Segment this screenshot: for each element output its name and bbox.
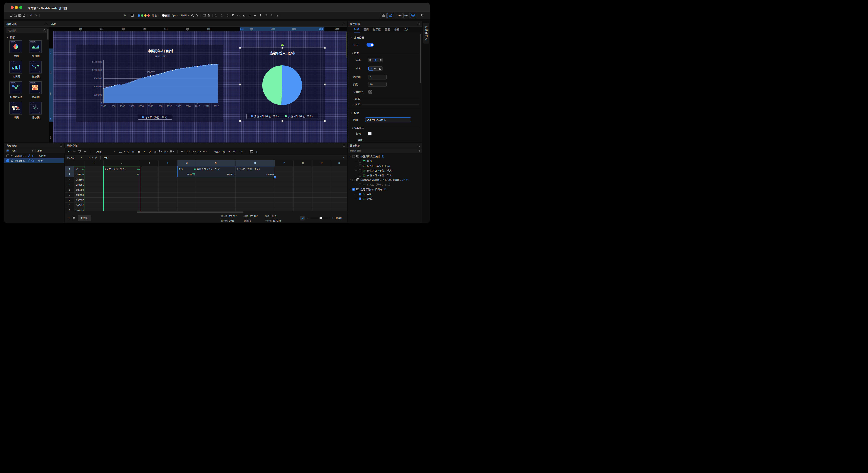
rotate-handle[interactable] xyxy=(281,44,284,47)
sheet-cell-M4[interactable] xyxy=(178,182,196,187)
close-window-button[interactable] xyxy=(11,6,14,9)
font-increase-icon[interactable]: A⁺ xyxy=(127,150,130,154)
sign-pen-icon[interactable]: ✎ xyxy=(123,13,127,18)
copy-icon[interactable] xyxy=(31,159,34,162)
align-hl-option[interactable] xyxy=(368,58,373,62)
title-color-swatch[interactable] xyxy=(368,131,372,136)
sheet-cell-J4[interactable] xyxy=(103,182,140,187)
sheet-cell-P8[interactable] xyxy=(275,203,294,208)
confirm-icon[interactable]: ✓ xyxy=(92,156,94,159)
shortcut-keyboard-icon[interactable] xyxy=(249,150,253,154)
sheet-cell-P5[interactable] xyxy=(275,187,294,193)
sheet-cell-H6[interactable]: 287194 xyxy=(74,193,85,198)
horizontal-align-icon[interactable]: ≡▾ xyxy=(181,150,185,154)
borders-icon[interactable]: ▾ xyxy=(169,150,174,154)
tab-坐标[interactable]: 坐标 xyxy=(394,28,400,32)
tips-bulb-icon[interactable] xyxy=(420,13,424,18)
tab-图表[interactable]: 图表 xyxy=(384,28,391,32)
sheet-cell-P4[interactable] xyxy=(275,182,294,187)
sheet-cell-Q9[interactable] xyxy=(294,208,312,211)
text-rotate-icon[interactable]: A▾ xyxy=(197,150,201,154)
delete-icon[interactable] xyxy=(207,13,211,18)
resize-arrows-icon[interactable] xyxy=(28,154,30,157)
selection-handle[interactable] xyxy=(239,47,241,49)
more-options-icon[interactable]: ⋮ xyxy=(255,150,258,154)
sheet-cell-R7[interactable] xyxy=(312,198,331,203)
sheet-cell-J9[interactable] xyxy=(103,208,140,211)
tree-chevron-icon[interactable]: ∨ xyxy=(349,188,351,190)
sheet-cell-H8[interactable]: 300492 xyxy=(74,203,85,208)
font-decrease-icon[interactable]: A⁻ xyxy=(132,150,135,154)
sheet-cell-S3[interactable] xyxy=(331,177,347,182)
sidebar-item-pie[interactable]: Chart TitleChart Sub—Title饼图 xyxy=(9,40,23,58)
tree-row[interactable]: 123年份 xyxy=(348,159,422,164)
sheet-cell-R5[interactable] xyxy=(312,187,331,193)
theme-select[interactable]: 深色 xyxy=(152,14,157,17)
sheet-cell-L9[interactable] xyxy=(159,208,178,211)
column-header-P[interactable]: P xyxy=(275,160,294,166)
align-vm-option[interactable] xyxy=(373,67,378,70)
align-distribute-icon-2[interactable] xyxy=(220,13,224,18)
sheet-cell-R3[interactable] xyxy=(312,177,331,182)
sheet-cell-O3[interactable] xyxy=(236,177,275,182)
sheet-cell-K7[interactable] xyxy=(140,198,159,203)
row-header-6[interactable]: 6 xyxy=(65,193,74,198)
sheet-cell-I5[interactable] xyxy=(85,187,103,193)
tab-图例[interactable]: 图例 xyxy=(363,28,369,32)
spreadsheet-grid[interactable]: IJKLMNOPQRS1人）123总人口（单位：千人）123年份男性人口（单位：… xyxy=(65,160,347,211)
sheet-cell-L5[interactable] xyxy=(159,187,178,193)
tree-row[interactable]: ∨✓选定年份的人口分布 xyxy=(348,187,422,191)
sheet-cell-H3[interactable]: 268895 xyxy=(74,177,85,182)
copy-icon[interactable] xyxy=(384,188,386,191)
tree-chevron-icon[interactable]: ∨ xyxy=(349,155,351,157)
sheet-cell-O5[interactable] xyxy=(236,187,275,193)
row-checkbox[interactable] xyxy=(6,154,9,157)
move-down-icon[interactable] xyxy=(275,13,279,18)
sidebar-item-heat[interactable]: Chart TitleChart Sub—Title热力图 xyxy=(29,81,43,99)
export-image-icon[interactable] xyxy=(202,13,207,18)
sheet-cell-L2[interactable] xyxy=(159,172,178,177)
sheet-cell-O8[interactable] xyxy=(236,203,275,208)
show-toggle[interactable] xyxy=(367,43,374,47)
bold-icon[interactable]: B xyxy=(137,150,141,154)
select-all-checkbox[interactable] xyxy=(6,149,9,152)
align-hr2-option[interactable] xyxy=(378,58,382,62)
collapse-formula-icon[interactable]: ▼ xyxy=(343,156,345,159)
tree-checkbox[interactable]: ✓ xyxy=(352,188,355,190)
sheet-cell-P2[interactable] xyxy=(275,172,294,177)
pie-chart-widget[interactable]: 选定年份人口分布男性人口（单位：千人）女性人口（单位：千人） xyxy=(240,48,325,121)
sheet-cell-N3[interactable] xyxy=(196,177,236,182)
dataset-search-input[interactable]: 搜索数据集 xyxy=(348,148,422,153)
paint-format-icon[interactable] xyxy=(78,150,82,154)
selection-handle[interactable] xyxy=(324,47,326,49)
layout-mode-button[interactable] xyxy=(381,13,386,18)
undo-icon[interactable]: ↶ xyxy=(29,13,34,18)
align-distribute-icon-4[interactable] xyxy=(231,13,235,18)
sheet-cell-Q1[interactable] xyxy=(294,166,312,172)
sidebar-scrollbar[interactable] xyxy=(48,29,49,40)
theme-color-blue[interactable] xyxy=(138,14,140,17)
bring-front-icon[interactable] xyxy=(258,13,263,18)
column-header-Q[interactable]: Q xyxy=(294,160,312,166)
align-distribute-icon-7[interactable] xyxy=(247,13,252,18)
padding-input[interactable]: 5 xyxy=(368,75,386,80)
sidebar-item-line[interactable]: Chart TitleChart Sub—Title折线图 xyxy=(29,40,43,58)
column-header-R[interactable]: R xyxy=(312,160,331,166)
move-up-icon[interactable] xyxy=(270,13,274,18)
sheet-cell-I6[interactable] xyxy=(85,193,103,198)
tab-标题[interactable]: 标题 xyxy=(354,27,360,32)
row-header-8[interactable]: 8 xyxy=(65,203,74,208)
save-icon[interactable] xyxy=(18,13,22,18)
sheet-cell-J1[interactable]: 总人口（单位：千人）123 xyxy=(103,166,140,172)
tree-checkbox[interactable] xyxy=(359,183,361,186)
sheet-cell-I8[interactable] xyxy=(85,203,103,208)
sheet-cell-R9[interactable] xyxy=(312,208,331,211)
sheet-cell-S1[interactable] xyxy=(331,166,347,172)
sheet-cell-N5[interactable] xyxy=(196,187,236,193)
sheet-cell-N9[interactable] xyxy=(196,208,236,211)
sheet-cell-Q2[interactable] xyxy=(294,172,312,177)
sheet-cell-R1[interactable] xyxy=(312,166,331,172)
font-family-select[interactable]: Arial▾ xyxy=(94,150,117,154)
minimize-window-button[interactable] xyxy=(15,6,18,9)
sidebar-item-bubble[interactable]: Chart TitleChart Sub—Title特效散点图 xyxy=(9,81,23,99)
